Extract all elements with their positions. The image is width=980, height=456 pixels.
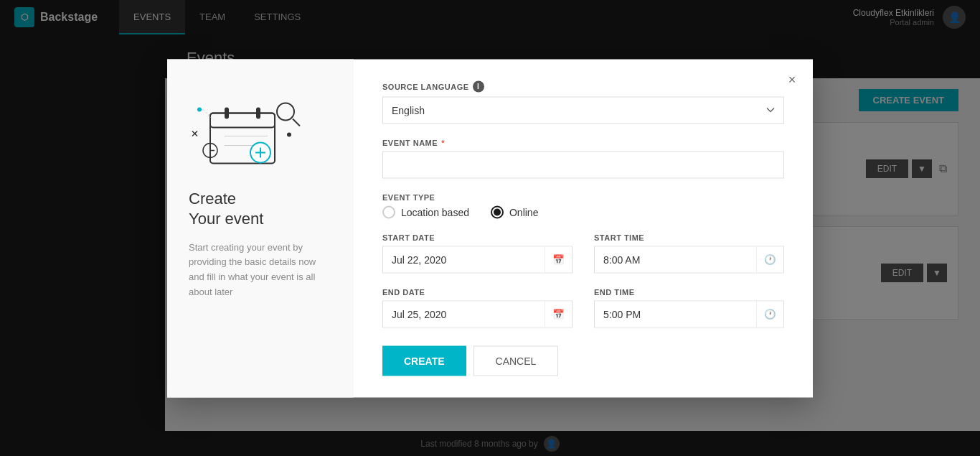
start-time-input[interactable] <box>595 246 756 272</box>
start-date-group: START DATE 📅 <box>382 233 573 273</box>
start-date-calendar-icon[interactable]: 📅 <box>545 246 572 272</box>
end-time-input[interactable] <box>595 301 756 327</box>
event-type-group: EVENT TYPE Location based Online <box>382 192 784 218</box>
svg-rect-4 <box>225 107 229 118</box>
event-name-label: EVENT NAME * <box>382 138 784 146</box>
start-datetime-row: START DATE 📅 START TIME 🕐 <box>382 233 784 273</box>
radio-online[interactable]: Online <box>491 205 538 218</box>
source-language-group: SOURCE LANGUAGE i English Turkish German… <box>382 80 784 124</box>
event-name-input[interactable] <box>382 151 784 178</box>
end-time-clock-icon[interactable]: 🕐 <box>756 301 783 327</box>
start-date-label: START DATE <box>382 233 573 241</box>
modal-description: Start creating your event by providing t… <box>189 240 332 299</box>
end-date-group: END DATE 📅 <box>382 287 573 327</box>
create-button[interactable]: CREATE <box>382 345 466 376</box>
event-name-group: EVENT NAME * <box>382 138 784 178</box>
source-language-select[interactable]: English Turkish German French <box>382 96 784 124</box>
end-time-group: END TIME 🕐 <box>594 287 784 327</box>
start-time-field: 🕐 <box>594 246 784 273</box>
start-time-clock-icon[interactable]: 🕐 <box>756 246 783 272</box>
svg-rect-1 <box>210 113 275 127</box>
modal-right-panel: × SOURCE LANGUAGE i English Turkish Germ… <box>354 59 813 397</box>
start-time-group: START TIME 🕐 <box>594 233 784 273</box>
end-date-label: END DATE <box>382 287 573 296</box>
radio-location-based[interactable]: Location based <box>382 205 469 218</box>
end-date-input[interactable] <box>383 301 545 327</box>
end-date-calendar-icon[interactable]: 📅 <box>545 301 572 327</box>
end-datetime-row: END DATE 📅 END TIME 🕐 <box>382 287 784 327</box>
start-time-label: START TIME <box>594 233 784 241</box>
start-date-field: 📅 <box>382 246 573 273</box>
svg-line-13 <box>203 109 214 120</box>
modal-title: Create Your event <box>189 188 332 229</box>
radio-circle-online <box>491 205 504 218</box>
svg-point-12 <box>287 132 291 136</box>
svg-point-11 <box>197 107 202 111</box>
event-type-radio-group: Location based Online <box>382 205 784 218</box>
create-event-modal: Create Your event Start creating your ev… <box>167 59 813 397</box>
start-date-input[interactable] <box>383 246 545 272</box>
modal-illustration <box>189 88 303 174</box>
cancel-button[interactable]: CANCEL <box>473 345 559 376</box>
svg-point-9 <box>277 103 294 120</box>
radio-circle-location <box>382 205 395 218</box>
end-time-label: END TIME <box>594 287 784 296</box>
source-language-label: SOURCE LANGUAGE i <box>382 80 784 92</box>
modal-close-button[interactable]: × <box>782 70 802 90</box>
event-type-label: EVENT TYPE <box>382 192 784 201</box>
end-time-field: 🕐 <box>594 300 784 327</box>
info-icon[interactable]: i <box>473 80 484 92</box>
modal-footer: CREATE CANCEL <box>382 345 784 376</box>
required-indicator: * <box>441 138 445 146</box>
modal-left-panel: Create Your event Start creating your ev… <box>167 59 354 397</box>
end-date-field: 📅 <box>382 300 573 327</box>
svg-line-10 <box>293 118 300 126</box>
svg-rect-5 <box>256 107 260 118</box>
